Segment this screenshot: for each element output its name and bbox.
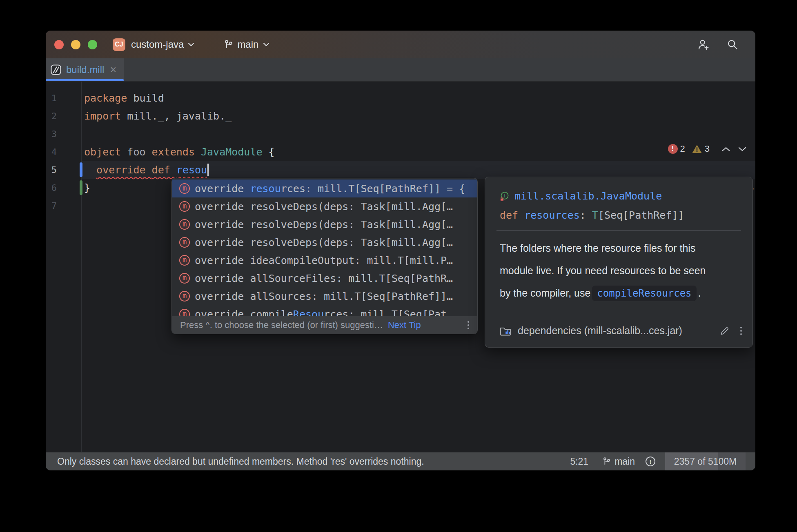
completion-item-text: override ideaCompileOutput: mill.T[mill.… <box>195 255 453 266</box>
tab-build-mill[interactable]: build.mill × <box>46 58 124 81</box>
code-line-text[interactable]: object foo extends JavaModule { <box>82 143 755 161</box>
edit-source-pencil-icon[interactable] <box>720 326 730 336</box>
completion-item-text: override resolveDeps(deps: Task[mill.Agg… <box>195 237 453 248</box>
add-user-icon[interactable] <box>697 39 710 50</box>
completion-item-text: override resources: mill.T[Seq[PathRef]]… <box>195 183 465 195</box>
completion-item[interactable]: moverride resources: mill.T[Seq[PathRef]… <box>172 180 477 197</box>
project-name[interactable]: custom-java <box>131 39 184 50</box>
memory-indicator[interactable]: 2357 of 5100M <box>665 452 746 470</box>
status-bar: Only classes can have declared but undef… <box>46 452 755 470</box>
git-branch-icon <box>224 40 234 49</box>
git-branch-icon <box>602 457 611 466</box>
active-tab-indicator <box>46 79 124 81</box>
code-line-text[interactable] <box>82 125 755 143</box>
zoom-window-button[interactable] <box>88 40 97 49</box>
completion-list: moverride resources: mill.T[Seq[PathRef]… <box>172 178 477 316</box>
method-icon: m <box>179 309 190 316</box>
completion-hint-text: Press ^. to choose the selected (or firs… <box>180 320 383 330</box>
completion-popup: moverride resources: mill.T[Seq[PathRef]… <box>171 178 478 334</box>
project-badge[interactable]: CJ <box>113 38 125 51</box>
more-options-kebab-icon[interactable] <box>466 319 471 331</box>
minimize-window-button[interactable] <box>71 40 80 49</box>
method-icon: m <box>179 219 190 230</box>
close-tab-icon[interactable]: × <box>110 64 116 75</box>
line-number: 6 <box>46 183 82 193</box>
close-window-button[interactable] <box>54 40 64 49</box>
vcs-change-marker[interactable] <box>80 162 82 177</box>
status-message: Only classes can have declared but undef… <box>57 456 424 467</box>
trait-icon: T <box>500 191 510 201</box>
title-bar: CJ custom-java main <box>46 31 755 59</box>
next-problem-chevron-down-icon[interactable] <box>738 147 746 151</box>
code-line-text[interactable]: package build <box>82 89 755 107</box>
completion-item[interactable]: moverride allSources: mill.T[Seq[PathRef… <box>172 287 477 305</box>
text-caret <box>207 164 209 176</box>
doc-description: The folders where the resource files for… <box>485 231 752 305</box>
method-icon: m <box>179 273 190 284</box>
branch-name: main <box>237 39 258 50</box>
completion-hint-bar: Press ^. to choose the selected (or firs… <box>172 316 477 334</box>
method-icon: m <box>179 291 190 301</box>
error-icon: ! <box>668 144 678 154</box>
memory-usage-text: 2357 of 5100M <box>665 452 746 470</box>
inspections-widget[interactable]: ! 2 3 <box>668 143 747 155</box>
warning-count: 3 <box>705 144 710 154</box>
line-number: 2 <box>46 111 82 121</box>
code-line[interactable]: 2import mill._, javalib._ <box>46 107 755 125</box>
completion-item[interactable]: moverride allSourceFiles: mill.T[Seq[Pat… <box>172 269 477 287</box>
mill-file-icon <box>51 64 61 75</box>
code-line-text[interactable]: import mill._, javalib._ <box>82 107 755 125</box>
next-tip-link[interactable]: Next Tip <box>388 320 421 330</box>
line-number: 5 <box>46 165 82 175</box>
completion-item[interactable]: moverride compileResources: mill.T[Seq[P… <box>172 305 477 316</box>
dependencies-source-label[interactable]: dependencies (mill-scalalib...ces.jar) <box>518 325 682 337</box>
line-number: 4 <box>46 147 82 157</box>
ide-window: CJ custom-java main <box>46 31 755 470</box>
code-line[interactable]: 3 <box>46 125 755 143</box>
method-icon: m <box>179 183 190 194</box>
search-icon[interactable] <box>727 39 738 50</box>
library-folder-icon <box>500 326 511 336</box>
previous-problem-chevron-up-icon[interactable] <box>722 147 730 151</box>
error-count: 2 <box>680 144 685 154</box>
code-line[interactable]: 5 override def resou <box>46 161 755 179</box>
svg-text:T: T <box>503 193 506 199</box>
doc-more-options-kebab-icon[interactable] <box>739 325 744 337</box>
status-branch-name: main <box>614 456 635 467</box>
vcs-widget[interactable]: main <box>224 39 269 50</box>
completion-item[interactable]: moverride resolveDeps(deps: Task[mill.Ag… <box>172 197 477 215</box>
tab-label: build.mill <box>66 64 104 75</box>
code-line-text[interactable]: override def resou <box>82 161 755 179</box>
completion-item[interactable]: moverride ideaCompileOutput: mill.T[mill… <box>172 251 477 269</box>
compile-resources-link[interactable]: compileResources <box>592 286 696 301</box>
line-number: 1 <box>46 93 82 103</box>
code-line[interactable]: 4object foo extends JavaModule { <box>46 143 755 161</box>
completion-item[interactable]: moverride resolveDeps(deps: Task[mill.Ag… <box>172 233 477 251</box>
line-number: 7 <box>46 201 82 211</box>
caret-position-widget[interactable]: 5:21 <box>570 456 588 467</box>
member-signature: def resources: T[Seq[PathRef]] <box>500 209 738 221</box>
completion-item-text: override compileResources: mill.T[Seq[Pa… <box>195 308 447 317</box>
completion-item[interactable]: moverride resolveDeps(deps: Task[mill.Ag… <box>172 215 477 233</box>
method-icon: m <box>179 201 190 212</box>
method-icon: m <box>179 255 190 266</box>
line-number: 3 <box>46 129 82 139</box>
vcs-change-marker[interactable] <box>80 180 82 195</box>
chevron-down-icon[interactable] <box>188 42 194 47</box>
documentation-popup: T mill.scalalib.JavaModule def resources… <box>485 177 753 348</box>
editor-tab-bar: build.mill × <box>46 58 755 82</box>
code-line[interactable]: 1package build <box>46 89 755 107</box>
qualified-class-name[interactable]: mill.scalalib.JavaModule <box>514 190 662 202</box>
method-icon: m <box>179 237 190 248</box>
completion-item-text: override resolveDeps(deps: Task[mill.Agg… <box>195 219 453 231</box>
completion-item-text: override resolveDeps(deps: Task[mill.Agg… <box>195 201 453 213</box>
chevron-down-icon <box>263 42 269 47</box>
warning-icon <box>692 144 702 154</box>
completion-item-text: override allSourceFiles: mill.T[Seq[Path… <box>195 273 453 284</box>
window-controls <box>54 40 97 49</box>
completion-item-text: override allSources: mill.T[Seq[PathRef]… <box>195 290 453 302</box>
status-vcs-widget[interactable]: main <box>602 456 635 467</box>
notifications-icon[interactable]: ! <box>646 457 655 466</box>
